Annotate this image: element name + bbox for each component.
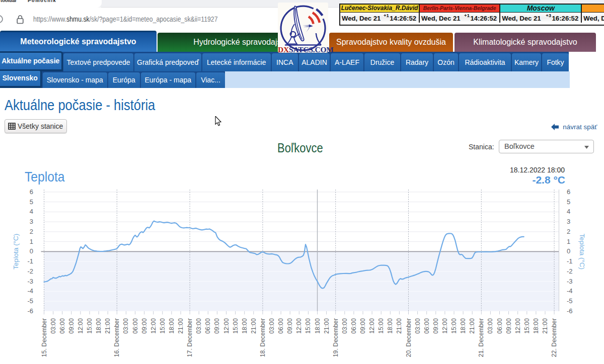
svg-text:0: 0 xyxy=(567,247,570,255)
svg-text:1: 1 xyxy=(30,238,33,245)
svg-text:15:00: 15:00 xyxy=(305,318,312,334)
svg-text:-1: -1 xyxy=(27,257,33,265)
svg-text:12:00: 12:00 xyxy=(150,318,157,334)
svg-text:0: 0 xyxy=(30,247,33,255)
svg-text:16. December: 16. December xyxy=(113,318,120,357)
svg-text:6: 6 xyxy=(30,188,33,196)
svg-text:18. December: 18. December xyxy=(259,318,266,357)
svg-text:15:00: 15:00 xyxy=(232,318,239,334)
svg-text:18:00: 18:00 xyxy=(314,318,321,334)
svg-text:06:00: 06:00 xyxy=(423,318,430,334)
svg-text:-2: -2 xyxy=(567,267,573,275)
svg-text:15:00: 15:00 xyxy=(523,318,531,334)
svg-text:15:00: 15:00 xyxy=(450,318,458,334)
svg-text:15. December: 15. December xyxy=(41,318,48,357)
svg-text:-6: -6 xyxy=(27,307,33,315)
svg-text:18:00: 18:00 xyxy=(533,318,540,334)
svg-text:21:00: 21:00 xyxy=(396,318,403,334)
svg-text:09:00: 09:00 xyxy=(432,318,439,334)
svg-text:Teplota (°C): Teplota (°C) xyxy=(578,234,586,269)
svg-text:5: 5 xyxy=(30,198,33,206)
svg-text:-4: -4 xyxy=(27,287,33,295)
svg-text:03:00: 03:00 xyxy=(268,318,275,334)
svg-text:06:00: 06:00 xyxy=(59,318,66,334)
svg-text:03:00: 03:00 xyxy=(122,318,129,334)
svg-text:3: 3 xyxy=(30,218,33,225)
svg-text:18:00: 18:00 xyxy=(460,318,467,334)
svg-text:5: 5 xyxy=(567,198,570,206)
svg-text:15:00: 15:00 xyxy=(86,318,93,334)
svg-text:2: 2 xyxy=(567,228,570,235)
svg-text:09:00: 09:00 xyxy=(141,318,148,334)
svg-text:-5: -5 xyxy=(567,297,573,305)
svg-text:06:00: 06:00 xyxy=(204,318,211,334)
svg-text:17. December: 17. December xyxy=(186,318,193,357)
svg-text:21:00: 21:00 xyxy=(250,318,257,334)
svg-text:09:00: 09:00 xyxy=(359,318,366,334)
svg-text:12:00: 12:00 xyxy=(368,318,375,334)
svg-text:-4: -4 xyxy=(567,287,573,295)
svg-text:6: 6 xyxy=(567,188,570,196)
svg-text:09:00: 09:00 xyxy=(286,318,293,334)
svg-text:03:00: 03:00 xyxy=(50,318,57,334)
svg-text:4: 4 xyxy=(30,208,33,215)
svg-text:03:00: 03:00 xyxy=(195,318,202,334)
svg-text:-5: -5 xyxy=(27,297,33,305)
svg-text:12:00: 12:00 xyxy=(441,318,448,334)
svg-text:21:00: 21:00 xyxy=(323,318,330,334)
svg-text:18:00: 18:00 xyxy=(168,318,175,334)
svg-text:4: 4 xyxy=(567,208,570,215)
svg-text:3: 3 xyxy=(567,218,570,225)
svg-text:21. December: 21. December xyxy=(478,318,485,357)
svg-text:12:00: 12:00 xyxy=(514,318,521,334)
svg-text:06:00: 06:00 xyxy=(277,318,284,334)
svg-text:03:00: 03:00 xyxy=(487,318,494,334)
svg-text:-3: -3 xyxy=(567,278,573,285)
svg-text:-6: -6 xyxy=(567,307,573,315)
svg-text:21:00: 21:00 xyxy=(469,318,476,334)
svg-text:09:00: 09:00 xyxy=(505,318,512,334)
svg-text:12:00: 12:00 xyxy=(295,318,303,334)
svg-text:-1: -1 xyxy=(567,257,573,265)
svg-text:12:00: 12:00 xyxy=(77,318,84,334)
svg-text:Teplota (°C): Teplota (°C) xyxy=(12,234,20,269)
svg-text:18:00: 18:00 xyxy=(387,318,394,334)
svg-text:09:00: 09:00 xyxy=(68,318,75,334)
svg-text:15:00: 15:00 xyxy=(159,318,166,334)
svg-text:06:00: 06:00 xyxy=(496,318,503,334)
svg-text:03:00: 03:00 xyxy=(341,318,348,334)
svg-text:-3: -3 xyxy=(27,278,33,285)
svg-text:19. December: 19. December xyxy=(332,318,339,357)
svg-text:18:00: 18:00 xyxy=(241,318,248,334)
svg-text:22. December: 22. December xyxy=(551,318,558,357)
svg-text:2: 2 xyxy=(30,228,33,235)
svg-text:1: 1 xyxy=(567,238,570,245)
svg-text:06:00: 06:00 xyxy=(132,318,139,334)
svg-text:21:00: 21:00 xyxy=(104,318,111,334)
svg-text:21:00: 21:00 xyxy=(542,318,549,334)
svg-text:18:00: 18:00 xyxy=(95,318,102,334)
svg-text:-2: -2 xyxy=(27,267,33,275)
svg-text:09:00: 09:00 xyxy=(213,318,220,334)
svg-text:15:00: 15:00 xyxy=(378,318,385,334)
svg-text:21:00: 21:00 xyxy=(177,318,184,334)
svg-text:12:00: 12:00 xyxy=(223,318,230,334)
svg-text:06:00: 06:00 xyxy=(350,318,357,334)
svg-text:20. December: 20. December xyxy=(405,318,412,357)
svg-text:03:00: 03:00 xyxy=(414,318,421,334)
